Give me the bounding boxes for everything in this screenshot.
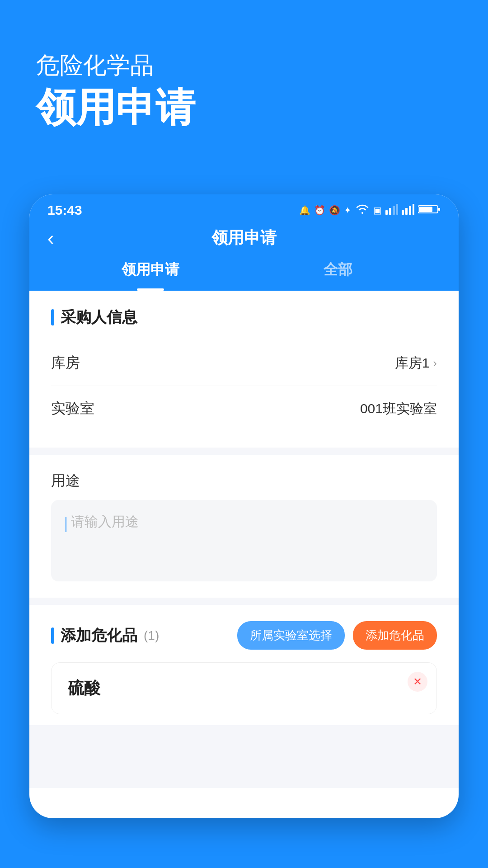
tab-underline (137, 288, 164, 291)
status-icons: 🔔 ⏰ 🔕 ✦ ▣ (299, 204, 441, 217)
lab-value-text: 001班实验室 (360, 400, 437, 418)
chemical-name: 硫酸 (68, 677, 420, 699)
warehouse-value[interactable]: 库房1 › (395, 354, 437, 373)
lab-row[interactable]: 实验室 001班实验室 (51, 386, 437, 431)
status-time: 15:43 (47, 203, 82, 218)
bluetooth-icon: ✦ (344, 205, 352, 216)
chem-title-bar-icon (51, 627, 54, 644)
camera-icon: ▣ (373, 205, 382, 216)
wifi-icon (355, 204, 370, 217)
add-chem-header: 添加危化品 (1) 所属实验室选择 添加危化品 (51, 621, 437, 650)
hero-section: 危险化学品 领用申请 (0, 0, 488, 130)
tab-all-label: 全部 (324, 261, 352, 278)
section-title-text: 采购人信息 (61, 307, 137, 328)
silent-icon: 🔕 (329, 205, 340, 216)
nav-title: 领用申请 (211, 227, 277, 249)
alarm-icon: ⏰ (314, 205, 325, 216)
svg-rect-4 (402, 210, 404, 215)
hero-subtitle: 危险化学品 (36, 50, 452, 81)
purchaser-section: 采购人信息 库房 库房1 › 实验室 001班实验室 (29, 291, 459, 448)
svg-rect-3 (396, 204, 398, 215)
back-button[interactable]: ‹ (47, 228, 54, 248)
lab-label: 实验室 (51, 399, 94, 419)
svg-rect-10 (438, 208, 440, 211)
tab-application[interactable]: 领用申请 (56, 260, 244, 291)
svg-rect-5 (405, 208, 408, 215)
warehouse-row[interactable]: 库房 库房1 › (51, 340, 437, 386)
svg-rect-6 (409, 206, 411, 215)
svg-rect-9 (419, 207, 432, 212)
purpose-placeholder: 请输入用途 (71, 514, 139, 529)
battery-icon (418, 204, 441, 217)
cursor (66, 517, 66, 532)
remove-chemical-button[interactable]: ✕ (408, 672, 427, 692)
purpose-textarea[interactable]: 请输入用途 (51, 500, 437, 581)
tabs-bar: 领用申请 全部 (29, 260, 459, 291)
content-area: 采购人信息 库房 库房1 › 实验室 001班实验室 (29, 291, 459, 788)
svg-rect-0 (385, 210, 388, 215)
notification-icon: 🔔 (299, 205, 310, 216)
tab-application-label: 领用申请 (122, 261, 179, 278)
purpose-section: 用途 请输入用途 (29, 455, 459, 598)
lab-select-button[interactable]: 所属实验室选择 (237, 621, 345, 650)
svg-rect-1 (389, 208, 391, 215)
purpose-label: 用途 (51, 471, 437, 491)
chevron-right-icon: › (433, 356, 437, 370)
chemical-card: ✕ 硫酸 (51, 662, 437, 714)
signal-icon1 (385, 204, 398, 217)
nav-bar: ‹ 领用申请 (29, 222, 459, 260)
chem-action-buttons: 所属实验室选择 添加危化品 (237, 621, 437, 650)
title-bar-icon (51, 309, 54, 326)
add-chem-title: 添加危化品 (1) (51, 625, 159, 646)
hero-title: 领用申请 (36, 86, 452, 130)
signal-icon2 (402, 204, 414, 217)
add-chemicals-section: 添加危化品 (1) 所属实验室选择 添加危化品 ✕ 硫酸 (29, 605, 459, 725)
tab-all[interactable]: 全部 (244, 260, 432, 291)
svg-rect-2 (393, 206, 395, 215)
add-chem-title-text: 添加危化品 (61, 625, 137, 646)
close-icon: ✕ (413, 676, 422, 687)
status-bar: 15:43 🔔 ⏰ 🔕 ✦ ▣ (29, 194, 459, 222)
warehouse-label: 库房 (51, 353, 80, 373)
chem-count: (1) (144, 628, 159, 643)
phone-mockup: 15:43 🔔 ⏰ 🔕 ✦ ▣ (29, 194, 459, 818)
warehouse-value-text: 库房1 (395, 354, 430, 373)
add-chemical-button[interactable]: 添加危化品 (353, 621, 437, 650)
svg-rect-7 (413, 204, 414, 215)
outer-background: 危险化学品 领用申请 15:43 🔔 ⏰ 🔕 ✦ ▣ (0, 0, 488, 868)
lab-value: 001班实验室 (360, 400, 437, 418)
section-title-purchaser: 采购人信息 (51, 307, 437, 328)
